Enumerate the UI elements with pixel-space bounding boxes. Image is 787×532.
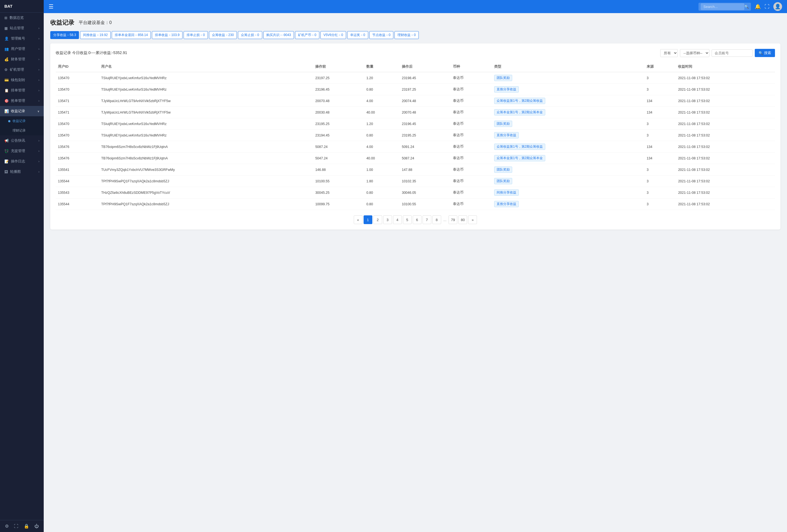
table-cell: 0.80 [364, 84, 400, 95]
filter-tab-0[interactable]: 分享收益－58.3 [50, 31, 79, 39]
sidebar-subitem-earnings-record[interactable]: 收益记录 [0, 116, 44, 126]
filter-tab-11[interactable]: 节点收益－0 [369, 31, 394, 39]
pagination-prev[interactable]: « [354, 215, 362, 224]
table-cell: 3 [644, 164, 676, 176]
scope-select[interactable]: 所有 [660, 49, 678, 57]
sidebar-item-dashboard[interactable]: ⊞ 数据总览 [0, 13, 44, 23]
table-cell: 5087.24 [400, 153, 451, 164]
content-area: 收益记录 平台建设基金：0 分享收益－58.3间推收益－19.92排单本金退回－… [44, 13, 787, 532]
power-icon[interactable]: ⏻ [35, 524, 39, 529]
filter-tab-9[interactable]: V5V6分红－0 [320, 31, 346, 39]
sidebar-item-banner[interactable]: 🖼 轮播图 › [0, 167, 44, 177]
table-cell: 泰达币 [451, 118, 492, 130]
filter-tab-5[interactable]: 众筹收益－230 [209, 31, 237, 39]
pagination-page-80[interactable]: 80 [459, 215, 467, 224]
filter-tab-4[interactable]: 排单止损－0 [184, 31, 208, 39]
table-cell: 1.00 [364, 164, 400, 176]
sidebar-item-log[interactable]: 📝 操作日志 › [0, 156, 44, 167]
column-header: 类型 [492, 61, 644, 72]
table-cell: 2021-11-08 17:53:02 [676, 130, 775, 141]
menu-icon[interactable]: ☰ [49, 3, 54, 10]
sidebar-item-user[interactable]: 👥 用户管理 › [0, 44, 44, 54]
table-cell: 2021-11-08 17:53:02 [676, 107, 775, 118]
chevron-right-icon: › [39, 139, 39, 142]
sidebar-item-notice[interactable]: 📢 公告快讯 › [0, 135, 44, 146]
pagination-page-8[interactable]: 8 [432, 215, 441, 224]
table-cell: 团队奖励 [492, 118, 644, 130]
sidebar-item-finance[interactable]: 💰 财务管理 › [0, 54, 44, 64]
table-cell: 23195.25 [400, 130, 451, 141]
pagination-page-5[interactable]: 5 [403, 215, 412, 224]
pagination-page-4[interactable]: 4 [393, 215, 402, 224]
filter-tab-6[interactable]: 众筹止损－0 [238, 31, 262, 39]
table-cell: 0.80 [364, 198, 400, 210]
avatar[interactable]: 👤 [773, 2, 782, 11]
search-button[interactable]: 🔍 搜索 [755, 49, 775, 57]
column-header: 币种 [451, 61, 492, 72]
pagination-page-7[interactable]: 7 [423, 215, 431, 224]
search-icon[interactable]: 🔍 [744, 5, 749, 9]
filter-tab-3[interactable]: 排单收益－103.9 [152, 31, 183, 39]
search-btn-icon: 🔍 [759, 51, 763, 55]
table-cell: 1.80 [364, 176, 400, 187]
table-cell: 2021-11-08 17:53:02 [676, 141, 775, 153]
table-cell: 泰达币 [451, 141, 492, 153]
pagination-page-79[interactable]: 79 [449, 215, 457, 224]
table-row: 135470TSIuijRUiEYjodxLveKmfurS16uYedMVHR… [56, 72, 775, 84]
table-header: 用户ID用户名操作前数量操作后币种类型来源收益时间 [56, 61, 775, 72]
sidebar-item-earnings[interactable]: 📊 收益记录 ∨ [0, 106, 44, 116]
inactive-dot [8, 130, 10, 132]
fullscreen-icon[interactable]: ⛶ [765, 4, 769, 9]
lock-icon[interactable]: 🔒 [24, 524, 29, 529]
sidebar-item-wallet[interactable]: 💳 钱包划转 › [0, 75, 44, 85]
sidebar-item-label: 站点管理 [10, 26, 24, 30]
sidebar-subitem-finance-record[interactable]: 理财记录 [0, 126, 44, 135]
expand-icon[interactable]: ⛶ [14, 524, 18, 529]
filter-tab-10[interactable]: 幸运奖－0 [347, 31, 368, 39]
sidebar-item-label: 操作日志 [11, 159, 25, 164]
settings-icon[interactable]: ⚙ [5, 524, 9, 529]
sidebar-item-label: 管理账号 [11, 36, 25, 41]
table-cell: 134 [644, 153, 676, 164]
table-cell: 10099.75 [313, 198, 364, 210]
coin-select[interactable]: --选择币种-- [680, 49, 709, 57]
table-cell: 众筹本金第1号，第2期众筹本金 [492, 153, 644, 164]
table-cell: 泰达币 [451, 107, 492, 118]
table-cell: 泰达币 [451, 187, 492, 198]
account-input[interactable] [711, 49, 752, 57]
table-cell: 泰达币 [451, 95, 492, 107]
filter-tab-12[interactable]: 理财收益－0 [395, 31, 419, 39]
sidebar-item-miner[interactable]: ⚙ 矿机管理 › [0, 64, 44, 75]
pagination-page-3[interactable]: 3 [383, 215, 392, 224]
sidebar-item-order[interactable]: 📋 排单管理 › [0, 85, 44, 95]
search-btn-label: 搜索 [764, 50, 771, 56]
pagination-page-6[interactable]: 6 [413, 215, 422, 224]
pagination-next[interactable]: » [468, 215, 477, 224]
table-row: 135544TPf7fPH9SwPQ1F7szqXAQk2a1c8mdsb5ZJ… [56, 198, 775, 210]
table-cell: 23197.25 [313, 72, 364, 84]
column-header: 数量 [364, 61, 400, 72]
chevron-right-icon: › [39, 89, 39, 92]
bell-icon[interactable]: 🔔 [755, 3, 761, 9]
chevron-right-icon: › [39, 37, 39, 40]
table-cell: 134 [644, 141, 676, 153]
filter-tab-1[interactable]: 间推收益－19.92 [80, 31, 111, 39]
chevron-right-icon: › [39, 150, 39, 153]
filter-tab-8[interactable]: 矿机产币－0 [295, 31, 319, 39]
filter-tab-7[interactable]: 购买共识－-9043 [263, 31, 294, 39]
sidebar-item-account[interactable]: 👤 管理账号 › [0, 33, 44, 44]
table-cell: 3 [644, 198, 676, 210]
earnings-submenu: 收益记录 理财记录 [0, 116, 44, 135]
table-cell: TSIuijRUiEYjodxLveKmfurS16uYedMVHRz [99, 72, 313, 84]
pagination-page-1[interactable]: 1 [364, 215, 372, 224]
sidebar-item-station[interactable]: ▦ 站点管理 › [0, 23, 44, 33]
sidebar-item-recharge[interactable]: 💱 充提管理 › [0, 146, 44, 156]
pagination-page-2[interactable]: 2 [374, 215, 382, 224]
filter-tab-2[interactable]: 排单本金退回－858.14 [112, 31, 151, 39]
recharge-icon: 💱 [4, 149, 9, 153]
table-cell: 间推分享收益 [492, 187, 644, 198]
table-cell: 135470 [56, 130, 99, 141]
search-input[interactable] [701, 3, 744, 10]
sidebar-item-grab[interactable]: 🎯 抢单管理 › [0, 95, 44, 106]
table-cell: 23196.45 [400, 118, 451, 130]
